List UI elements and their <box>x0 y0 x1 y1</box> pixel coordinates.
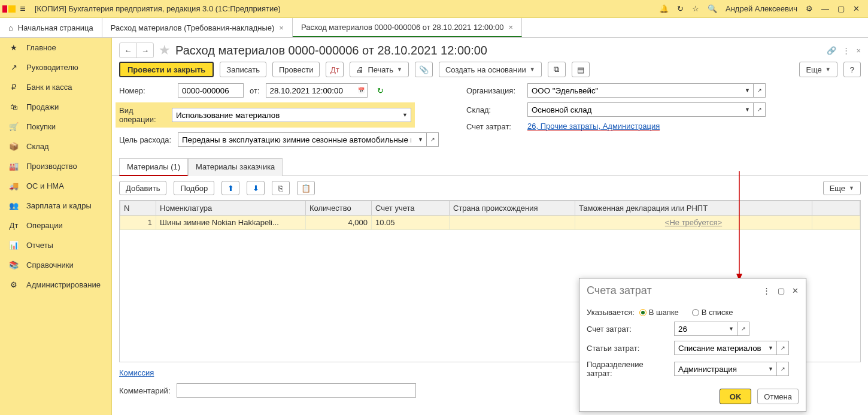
cost-acc-link[interactable]: 26, Прочие затраты, Администрация <box>527 122 660 131</box>
org-input[interactable] <box>527 83 742 98</box>
print-button[interactable]: 🖨Печать <box>350 62 409 77</box>
sidebar-item-production[interactable]: 🏭Производство <box>0 156 111 176</box>
maximize-icon[interactable]: ▢ <box>778 286 785 295</box>
search-icon[interactable]: 🔍 <box>708 4 717 13</box>
add-button[interactable]: Добавить <box>119 181 166 195</box>
col-nomen[interactable]: Номенклатура <box>156 201 306 216</box>
table-row[interactable]: 1 Шины зимние Nokian Hakkapeli... 4,000 … <box>120 216 860 230</box>
move-down-button[interactable]: ⬇ <box>247 181 265 195</box>
minimize-icon[interactable]: — <box>821 4 829 13</box>
dept-input[interactable] <box>674 362 765 376</box>
warehouse-input[interactable] <box>527 102 742 117</box>
close-tab-icon[interactable]: × <box>509 23 514 32</box>
tab-home[interactable]: ⌂ Начальная страница <box>0 18 102 37</box>
close-page-icon[interactable]: × <box>856 46 861 55</box>
paste-button[interactable]: 📋 <box>297 181 315 195</box>
sidebar-item-main[interactable]: ★Главное <box>0 38 111 57</box>
create-based-button[interactable]: Создать на основании <box>439 62 542 77</box>
open-icon[interactable]: ↗ <box>754 102 766 117</box>
move-up-button[interactable]: ⬆ <box>221 181 239 195</box>
save-button[interactable]: Записать <box>220 62 266 77</box>
commission-link[interactable]: Комиссия <box>119 368 154 377</box>
chevron-down-icon[interactable]: ▼ <box>415 132 427 147</box>
col-gtd[interactable]: Таможенная декларация или РНПТ <box>575 201 812 216</box>
radio-in-list[interactable]: В списке <box>692 308 733 317</box>
list-button[interactable]: ▤ <box>572 62 590 77</box>
purpose-input[interactable] <box>178 132 415 147</box>
sidebar-item-reports[interactable]: 📊Отчеты <box>0 235 111 255</box>
dtkt-button[interactable]: Дт <box>326 62 344 77</box>
back-button[interactable]: ← <box>120 43 136 57</box>
sidebar-item-catalogs[interactable]: 📚Справочники <box>0 255 111 275</box>
tab-materials[interactable]: Материалы (1) <box>119 158 188 176</box>
forward-button[interactable]: → <box>136 43 153 57</box>
page-title: Расход материалов 0000-000006 от 28.10.2… <box>175 44 487 57</box>
date-input[interactable] <box>266 83 356 98</box>
col-acc[interactable]: Счет учета <box>372 201 450 216</box>
open-icon[interactable]: ↗ <box>427 132 439 147</box>
chevron-down-icon[interactable]: ▼ <box>765 362 777 376</box>
cancel-button[interactable]: Отмена <box>757 389 799 404</box>
open-icon[interactable]: ↗ <box>777 362 789 376</box>
col-country[interactable]: Страна происхождения <box>450 201 575 216</box>
tab-customer-materials[interactable]: Материалы заказчика <box>188 158 283 176</box>
tab-document[interactable]: Расход материалов 0000-000006 от 28.10.2… <box>293 18 522 37</box>
sidebar-item-sales[interactable]: 🛍Продажи <box>0 97 111 117</box>
close-tab-icon[interactable]: × <box>279 23 284 32</box>
calendar-icon[interactable]: 📅 <box>356 83 368 98</box>
close-icon[interactable]: ✕ <box>792 286 799 295</box>
post-and-close-button[interactable]: Провести и закрыть <box>119 62 214 77</box>
copy-button[interactable]: ⎘ <box>272 181 290 195</box>
sidebar-item-assets[interactable]: 🚚ОС и НМА <box>0 176 111 196</box>
number-input[interactable] <box>178 83 244 98</box>
sidebar-item-hr[interactable]: 👥Зарплата и кадры <box>0 196 111 216</box>
chevron-down-icon[interactable]: ▼ <box>726 322 738 336</box>
open-icon[interactable]: ↗ <box>777 341 789 355</box>
chevron-down-icon[interactable]: ▼ <box>742 102 754 117</box>
ok-button[interactable]: OK <box>720 389 752 404</box>
close-icon[interactable]: ✕ <box>853 4 860 13</box>
sidebar-item-warehouse[interactable]: 📦Склад <box>0 137 111 156</box>
open-icon[interactable]: ↗ <box>738 322 749 336</box>
more-button[interactable]: Еще <box>799 62 837 77</box>
star-icon[interactable]: ☆ <box>692 4 699 13</box>
post-button[interactable]: Провести <box>272 62 320 77</box>
chevron-down-icon[interactable]: ▼ <box>399 108 411 122</box>
favorite-toggle[interactable]: ★ <box>159 43 171 58</box>
sidebar-item-label: Банк и касса <box>26 83 72 92</box>
tab-requirements[interactable]: Расход материалов (Требования-накладные)… <box>102 18 293 37</box>
maximize-icon[interactable]: ▢ <box>837 4 845 13</box>
sidebar-item-bank[interactable]: ₽Банк и касса <box>0 77 111 97</box>
acc-label: Счет затрат: <box>587 325 669 334</box>
kebab-icon[interactable]: ⋮ <box>842 46 850 55</box>
op-type-label: Вид операции: <box>119 106 172 124</box>
kebab-icon[interactable]: ⋮ <box>763 286 770 295</box>
history-icon[interactable]: ↻ <box>677 4 684 13</box>
col-qty[interactable]: Количество <box>306 201 372 216</box>
sidebar-item-operations[interactable]: ДтОперации <box>0 216 111 235</box>
comment-input[interactable] <box>177 383 416 398</box>
link-icon[interactable]: 🔗 <box>827 46 836 55</box>
bell-icon[interactable]: 🔔 <box>659 4 669 13</box>
pick-button[interactable]: Подбор <box>174 181 214 195</box>
col-n[interactable]: N <box>120 201 156 216</box>
structure-button[interactable]: ⧉ <box>548 62 566 77</box>
sidebar-item-purchases[interactable]: 🛒Покупки <box>0 117 111 137</box>
settings-icon[interactable]: ⚙ <box>806 4 813 13</box>
menu-icon[interactable]: ≡ <box>16 4 30 14</box>
op-type-input[interactable] <box>172 108 399 122</box>
table-more-button[interactable]: Еще <box>823 181 861 195</box>
open-icon[interactable]: ↗ <box>754 83 766 98</box>
sidebar-item-admin[interactable]: ⚙Администрирование <box>0 275 111 295</box>
sidebar-item-label: Продажи <box>26 102 59 111</box>
attach-button[interactable]: 📎 <box>415 62 433 77</box>
chevron-down-icon[interactable]: ▼ <box>742 83 754 98</box>
items-input[interactable] <box>674 341 765 355</box>
acc-input[interactable] <box>674 322 726 336</box>
radio-in-header[interactable]: В шапке <box>639 308 679 317</box>
username[interactable]: Андрей Алексеевич <box>726 4 797 13</box>
sidebar-item-manager[interactable]: ↗Руководителю <box>0 57 111 77</box>
refresh-icon[interactable]: ↻ <box>377 86 384 95</box>
chevron-down-icon[interactable]: ▼ <box>765 341 777 355</box>
help-button[interactable]: ? <box>843 62 861 77</box>
